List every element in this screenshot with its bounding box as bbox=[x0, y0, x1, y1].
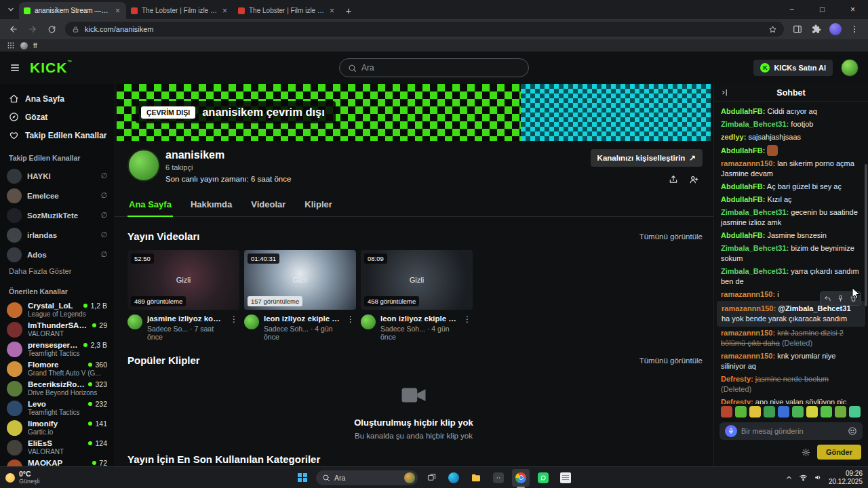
tab-videos[interactable]: Videolar bbox=[250, 194, 287, 216]
video-card[interactable]: 01:40:31 Gizli 157 görüntüleme leon izli… bbox=[244, 250, 356, 341]
tab-home[interactable]: Ana Sayfa bbox=[127, 194, 173, 217]
recommended-channel[interactable]: EliEsS124VALORANT bbox=[0, 437, 114, 457]
video-title[interactable]: leon izliyoz ekiple ye... bbox=[264, 314, 340, 323]
recommended-channel[interactable]: Crystal_LoL1,2 BLeague of Legends bbox=[0, 300, 114, 319]
recommended-channel[interactable]: MAOKAP72 bbox=[0, 457, 114, 466]
chat-message[interactable]: AbdullahFB Kızıl aç bbox=[714, 193, 868, 206]
address-bar[interactable]: kick.com/ananisikem bbox=[65, 22, 784, 37]
chat-message[interactable]: Zimbala_Behcet31 yarra çıkardı sandım be… bbox=[714, 265, 868, 288]
site-info-icon[interactable] bbox=[72, 26, 79, 33]
video-card[interactable]: 08:09 Gizli 458 görüntüleme leon izliyoz… bbox=[361, 250, 473, 341]
extensions-icon[interactable] bbox=[808, 21, 825, 37]
chat-username[interactable]: zedlyy bbox=[721, 133, 746, 141]
recommended-channel[interactable]: ImThunderSAGA29VALORANT bbox=[0, 319, 114, 339]
browser-menu-icon[interactable] bbox=[846, 21, 863, 37]
user-avatar[interactable] bbox=[841, 59, 859, 77]
chat-username[interactable]: Zimbala_Behcet31 bbox=[721, 120, 789, 128]
kick-search-input[interactable] bbox=[361, 63, 520, 73]
wifi-icon[interactable] bbox=[799, 473, 808, 482]
whatsapp-icon[interactable] bbox=[534, 469, 552, 487]
buy-kicks-button[interactable]: K KICKs Satın Al bbox=[753, 60, 833, 76]
chat-message[interactable]: Zimbala_Behcet31 footjob bbox=[714, 118, 868, 131]
taskbar-search-input[interactable] bbox=[334, 474, 400, 482]
tab-close-icon[interactable]: × bbox=[328, 6, 336, 16]
search-highlight-image[interactable] bbox=[404, 472, 415, 483]
forward-button[interactable] bbox=[24, 21, 41, 37]
chat-username[interactable]: Defresty bbox=[721, 375, 753, 383]
channel-profile-avatar[interactable] bbox=[127, 149, 160, 182]
share-icon[interactable] bbox=[669, 175, 678, 184]
tab-search-icon[interactable] bbox=[3, 1, 19, 18]
chat-message[interactable]: Defresty apo niye yalan söylüyon piç bbox=[714, 396, 868, 404]
browser-profile-avatar[interactable] bbox=[827, 21, 844, 37]
task-view-icon[interactable] bbox=[422, 469, 440, 487]
emote-icon[interactable] bbox=[806, 406, 818, 418]
followed-channel[interactable]: SozMuzikTete ∅ bbox=[0, 205, 114, 225]
notepad-icon[interactable] bbox=[557, 469, 574, 487]
emote-icon[interactable] bbox=[792, 406, 804, 418]
chat-collapse-icon[interactable] bbox=[720, 88, 729, 97]
chat-username[interactable]: Zimbala_Behcet31 bbox=[721, 244, 789, 252]
chat-message[interactable]: AbdullahFB Ciddi acıyor aq bbox=[714, 105, 868, 118]
user-add-icon[interactable] bbox=[689, 175, 698, 184]
video-menu-icon[interactable]: ⋮ bbox=[229, 314, 239, 324]
clips-view-all-link[interactable]: Tümünü görüntüle bbox=[639, 357, 703, 365]
window-maximize-button[interactable]: □ bbox=[807, 0, 837, 19]
emote-icon[interactable] bbox=[764, 406, 775, 418]
chat-username[interactable]: Defresty bbox=[721, 398, 753, 404]
emote-icon[interactable] bbox=[721, 406, 732, 418]
weather-widget[interactable]: 0°C Güneşli bbox=[5, 470, 40, 485]
bookmark-star-icon[interactable] bbox=[768, 25, 777, 34]
video-thumbnail[interactable]: 01:40:31 Gizli 157 görüntüleme bbox=[244, 250, 356, 310]
file-explorer-icon[interactable] bbox=[467, 469, 485, 487]
hamburger-menu-icon[interactable] bbox=[9, 62, 20, 73]
apps-grid-icon[interactable] bbox=[7, 41, 15, 49]
chat-username[interactable]: AbdullahFB bbox=[721, 107, 765, 115]
videos-view-all-link[interactable]: Tümünü görüntüle bbox=[639, 232, 703, 241]
chat-message-highlighted[interactable]: ramazannn150 @Zimbala_Behcet31 ha yok be… bbox=[717, 301, 865, 327]
browser-tab[interactable]: The Lobster | Film izle | HD Film × bbox=[126, 2, 233, 19]
followed-channel[interactable]: Ados ∅ bbox=[0, 245, 114, 264]
show-more-button[interactable]: Daha Fazla Göster bbox=[0, 264, 114, 278]
taskbar-search[interactable] bbox=[316, 470, 418, 485]
recommended-channel[interactable]: Flomore360Grand Theft Auto V (G... bbox=[0, 359, 114, 378]
video-menu-icon[interactable]: ⋮ bbox=[462, 314, 473, 324]
followed-channel[interactable]: HAYKI ∅ bbox=[0, 166, 114, 186]
video-thumbnail[interactable]: 08:09 Gizli 458 görüntüleme bbox=[361, 250, 473, 310]
chat-messages[interactable]: AbdullahFB Ciddi acıyor aq Zimbala_Behce… bbox=[714, 102, 868, 404]
recommended-channel[interactable]: Levo232Teamfight Tactics bbox=[0, 398, 114, 418]
emote-icon[interactable] bbox=[735, 406, 747, 418]
followed-channel[interactable]: Emelcee ∅ bbox=[0, 186, 114, 205]
emote-icon[interactable] bbox=[821, 406, 832, 418]
chrome-icon[interactable] bbox=[512, 469, 530, 487]
edge-icon[interactable] bbox=[445, 469, 462, 487]
recommended-channel[interactable]: BeceriksizRome0323Drive Beyond Horizons bbox=[0, 378, 114, 398]
chat-scrollbar[interactable] bbox=[865, 164, 867, 306]
chat-username[interactable]: Zimbala_Behcet31 bbox=[721, 267, 789, 275]
chat-username[interactable]: AbdullahFB bbox=[721, 146, 765, 155]
chat-message[interactable]: zedlyy sajsahjashjsaas bbox=[714, 131, 868, 144]
chat-input[interactable] bbox=[719, 422, 863, 440]
new-tab-button[interactable]: + bbox=[340, 2, 357, 18]
pin-icon[interactable] bbox=[835, 293, 846, 304]
video-menu-icon[interactable]: ⋮ bbox=[345, 314, 356, 324]
chat-username[interactable]: AbdullahFB bbox=[721, 182, 765, 190]
chat-username[interactable]: AbdullahFB bbox=[721, 231, 765, 239]
chat-username[interactable]: ramazannn150 bbox=[721, 159, 775, 167]
reply-icon[interactable] bbox=[822, 293, 833, 304]
chat-message[interactable]: Zimbala_Behcet31 gecenin bu saatinde jas… bbox=[714, 206, 868, 229]
tray-chevron-icon[interactable] bbox=[785, 474, 793, 481]
chat-message-deleted[interactable]: Defresty jasmine nerde boolum (Deleted) bbox=[714, 373, 868, 396]
emote-icon[interactable] bbox=[835, 406, 846, 418]
sidebar-item-browse[interactable]: Gözat bbox=[0, 108, 114, 126]
back-button[interactable] bbox=[5, 21, 22, 37]
sidebar-item-followed[interactable]: Takip Edilen Kanallar bbox=[0, 126, 114, 144]
followed-channel[interactable]: irlandas ∅ bbox=[0, 225, 114, 245]
tab-about[interactable]: Hakkımda bbox=[189, 194, 233, 216]
tab-clips[interactable]: Klipler bbox=[303, 194, 333, 216]
chat-message[interactable]: ramazannn150 knk yorumlar niye siliniyor… bbox=[714, 350, 868, 373]
tab-close-icon[interactable]: × bbox=[114, 6, 121, 16]
chat-username[interactable]: ramazannn150 bbox=[721, 329, 775, 337]
kick-search-bar[interactable] bbox=[339, 58, 529, 77]
chat-message-deleted[interactable]: ramazannn150 knk Jasmine dizisi 2 bölümü… bbox=[714, 327, 868, 350]
